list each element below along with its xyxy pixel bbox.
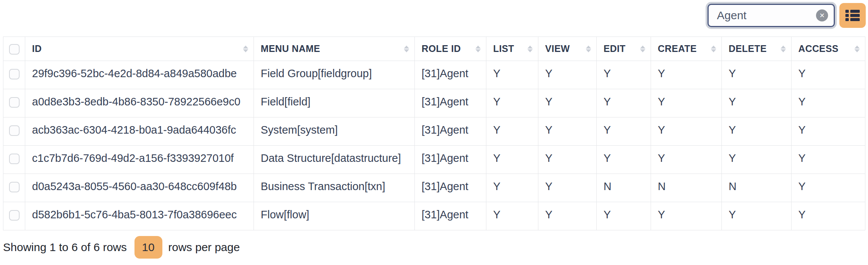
column-header-delete[interactable]: DELETE	[722, 37, 792, 61]
column-header-view[interactable]: VIEW	[538, 37, 597, 61]
column-header-label: ID	[32, 43, 42, 54]
cell-id: a0d8e3b3-8edb-4b86-8350-78922566e9c0	[25, 89, 254, 117]
cell-delete: Y	[722, 89, 792, 117]
cell-menu_name: Business Transaction[txn]	[254, 174, 415, 202]
rows-per-page-label: rows per page	[168, 241, 240, 254]
cell-access: Y	[792, 61, 865, 89]
cell-role_id: [31]Agent	[415, 202, 486, 230]
row-checkbox[interactable]	[9, 69, 20, 79]
page-size-button[interactable]: 10	[134, 236, 162, 259]
table-row[interactable]: acb363ac-6304-4218-b0a1-9ada644036fcSyst…	[3, 117, 865, 146]
table-row[interactable]: a0d8e3b3-8edb-4b86-8350-78922566e9c0Fiel…	[3, 89, 865, 117]
select-all-header-cell	[3, 37, 25, 61]
sort-icon[interactable]	[640, 46, 645, 52]
cell-create: N	[651, 174, 722, 202]
cell-create: Y	[651, 146, 722, 174]
cell-view: Y	[538, 202, 597, 230]
column-header-label: DELETE	[729, 43, 767, 54]
column-header-menu_name[interactable]: MENU NAME	[254, 37, 415, 61]
cell-edit: Y	[597, 89, 651, 117]
column-header-id[interactable]: ID	[25, 37, 254, 61]
cell-id: d582b6b1-5c76-4ba5-8013-7f0a38696eec	[25, 202, 254, 230]
column-header-create[interactable]: CREATE	[651, 37, 722, 61]
row-select-cell	[3, 89, 25, 117]
column-header-label: MENU NAME	[261, 43, 320, 54]
cell-menu_name: Field[field]	[254, 89, 415, 117]
cell-view: Y	[538, 146, 597, 174]
cell-list: Y	[486, 89, 538, 117]
cell-menu_name: Field Group[fieldgroup]	[254, 61, 415, 89]
row-checkbox[interactable]	[9, 182, 20, 192]
cell-role_id: [31]Agent	[415, 146, 486, 174]
cell-list: Y	[486, 61, 538, 89]
pagination-summary: Showing 1 to 6 of 6 rows	[3, 241, 127, 254]
sort-icon[interactable]	[404, 46, 409, 52]
cell-id: acb363ac-6304-4218-b0a1-9ada644036fc	[25, 117, 254, 146]
table-header-row: ID MENU NAME ROLE ID LIST VIEW EDIT CREA…	[3, 37, 865, 61]
column-header-label: VIEW	[545, 43, 570, 54]
search-box: ✕	[708, 4, 835, 27]
column-header-role_id[interactable]: ROLE ID	[415, 37, 486, 61]
cell-id: 29f9c396-52bc-4e2d-8d84-a849a580adbe	[25, 61, 254, 89]
cell-menu_name: Flow[flow]	[254, 202, 415, 230]
table-row[interactable]: c1c7b7d6-769d-49d2-a156-f3393927010fData…	[3, 146, 865, 174]
cell-role_id: [31]Agent	[415, 89, 486, 117]
row-select-cell	[3, 61, 25, 89]
cell-view: Y	[538, 61, 597, 89]
clear-search-button[interactable]: ✕	[816, 9, 828, 21]
cell-view: Y	[538, 117, 597, 146]
row-checkbox[interactable]	[9, 210, 20, 221]
row-checkbox[interactable]	[9, 125, 20, 136]
cell-role_id: [31]Agent	[415, 117, 486, 146]
cell-id: d0a5243a-8055-4560-aa30-648cc609f48b	[25, 174, 254, 202]
table-row[interactable]: d0a5243a-8055-4560-aa30-648cc609f48bBusi…	[3, 174, 865, 202]
cell-edit: Y	[597, 117, 651, 146]
pagination-footer: Showing 1 to 6 of 6 rows 10 rows per pag…	[3, 236, 240, 259]
table-row[interactable]: d582b6b1-5c76-4ba5-8013-7f0a38696eecFlow…	[3, 202, 865, 230]
table-row[interactable]: 29f9c396-52bc-4e2d-8d84-a849a580adbeFiel…	[3, 61, 865, 89]
column-header-label: LIST	[493, 43, 514, 54]
cell-access: Y	[792, 89, 865, 117]
cell-list: Y	[486, 117, 538, 146]
column-header-edit[interactable]: EDIT	[597, 37, 651, 61]
row-checkbox[interactable]	[9, 97, 20, 108]
cell-menu_name: System[system]	[254, 117, 415, 146]
cell-edit: Y	[597, 61, 651, 89]
row-checkbox[interactable]	[9, 154, 20, 164]
sort-icon[interactable]	[854, 46, 860, 52]
table-columns-icon	[845, 9, 860, 21]
cell-role_id: [31]Agent	[415, 61, 486, 89]
select-all-checkbox[interactable]	[9, 44, 20, 55]
cell-view: Y	[538, 89, 597, 117]
sort-icon[interactable]	[781, 46, 786, 52]
cell-access: Y	[792, 174, 865, 202]
row-select-cell	[3, 117, 25, 146]
cell-role_id: [31]Agent	[415, 174, 486, 202]
column-header-access[interactable]: ACCESS	[792, 37, 865, 61]
cell-list: Y	[486, 146, 538, 174]
column-header-list[interactable]: LIST	[486, 37, 538, 61]
cell-delete: Y	[722, 202, 792, 230]
sort-icon[interactable]	[586, 46, 591, 52]
cell-list: Y	[486, 202, 538, 230]
cell-edit: Y	[597, 146, 651, 174]
cell-delete: Y	[722, 146, 792, 174]
cell-create: Y	[651, 117, 722, 146]
sort-icon[interactable]	[527, 46, 533, 52]
cell-delete: Y	[722, 61, 792, 89]
cell-edit: Y	[597, 202, 651, 230]
sort-icon[interactable]	[711, 46, 716, 52]
cell-menu_name: Data Structure[datastructure]	[254, 146, 415, 174]
row-select-cell	[3, 174, 25, 202]
column-header-label: ACCESS	[798, 43, 839, 54]
cell-access: Y	[792, 117, 865, 146]
column-header-label: ROLE ID	[422, 43, 461, 54]
cell-edit: N	[597, 174, 651, 202]
row-select-cell	[3, 146, 25, 174]
clear-search-icon: ✕	[819, 12, 825, 19]
page: ✕ ID	[0, 0, 868, 265]
sort-icon[interactable]	[475, 46, 481, 52]
sort-icon[interactable]	[243, 46, 248, 52]
cell-access: Y	[792, 202, 865, 230]
toggle-columns-button[interactable]	[839, 3, 866, 28]
